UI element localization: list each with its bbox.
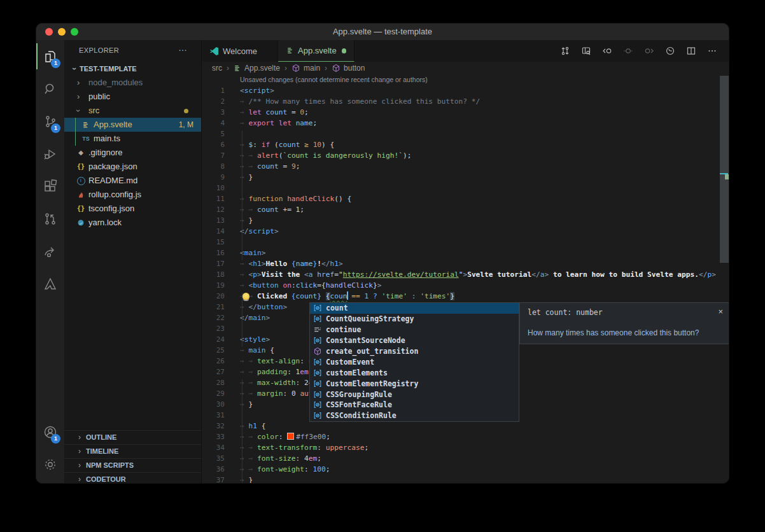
explorer-more-actions-icon[interactable]: … — [178, 43, 187, 53]
breadcrumb-item-main[interactable]: main — [291, 64, 320, 73]
code-line-8[interactable]: 8→ → count = 9; — [202, 161, 729, 172]
suggest-item-continue[interactable]: continue — [310, 325, 519, 335]
line-number: 34 — [202, 442, 225, 453]
suggest-item-create_out_transition[interactable]: create_out_transition — [310, 346, 519, 357]
panel-codetour[interactable]: ›CODETOUR — [64, 472, 201, 484]
tree-item-node-modules[interactable]: ›node_modules — [64, 76, 201, 90]
codelens-annotation[interactable]: Unsaved changes (cannot determine recent… — [202, 74, 729, 85]
code-line-6[interactable]: 6→ $: if (count ≥ 10) { — [202, 139, 729, 150]
search-icon — [43, 81, 58, 97]
breadcrumb-item-src[interactable]: src — [212, 64, 222, 73]
chevron-right-icon: › — [77, 76, 80, 90]
code-line-9[interactable]: 9→ } — [202, 172, 729, 183]
indent-guide — [242, 293, 242, 347]
code-line-20[interactable]: 20→ → Clicked {count} {coun == 1 ? 'time… — [202, 291, 729, 302]
tree-item-readme-md[interactable]: iREADME.md — [64, 174, 201, 188]
panel-timeline[interactable]: ›TIMELINE — [64, 444, 201, 459]
code-line-32[interactable]: 32→ h1 { — [202, 421, 729, 431]
suggest-label: count — [326, 304, 348, 312]
code-line-13[interactable]: 13→ } — [202, 215, 729, 226]
activity-live-share[interactable] — [36, 235, 64, 267]
lightbulb-icon[interactable] — [242, 293, 249, 300]
suggest-item-customevent[interactable]: CustomEvent — [310, 356, 519, 367]
code-line-36[interactable]: 36→ → font-weight: 100; — [202, 464, 729, 475]
code-line-37[interactable]: 37→ } — [202, 475, 729, 483]
suggest-signature: let count: number — [528, 308, 603, 317]
code-line-15[interactable]: 15 — [202, 237, 729, 248]
suggest-item-cssconditionrule[interactable]: CSSConditionRule — [310, 410, 519, 421]
activity-extensions[interactable] — [36, 170, 64, 202]
editor-toolbar — [560, 40, 729, 62]
code-line-17[interactable]: 17→ <h1>Hello {name}!</h1> — [202, 258, 729, 269]
code-line-1[interactable]: 1<script> — [202, 85, 729, 96]
breadcrumb-item-app-svelte[interactable]: App.svelte — [234, 64, 280, 73]
activity-github-pull-requests[interactable] — [36, 202, 64, 235]
code-line-16[interactable]: 16<main> — [202, 248, 729, 258]
symbol-variable-icon — [313, 368, 322, 377]
workspace-root-header[interactable]: ›TEST-TEMPLATE — [64, 62, 201, 76]
tree-item-rollup-config-js[interactable]: rollup.config.js — [64, 188, 201, 202]
symbol-variable-icon — [313, 400, 322, 409]
file-label: main.ts — [94, 132, 120, 146]
tree-item-src[interactable]: ›src — [64, 104, 201, 118]
code-line-34[interactable]: 34→ → text-transform: uppercase; — [202, 442, 729, 453]
open-preview-icon[interactable] — [581, 46, 591, 56]
tree-item-app-svelte[interactable]: App.svelte1, M — [64, 118, 201, 132]
next-change-icon[interactable] — [644, 46, 654, 56]
suggest-item-cssfontfacerule[interactable]: CSSFontFaceRule — [310, 400, 519, 410]
suggest-item-cssgroupingrule[interactable]: CSSGroupingRule — [310, 389, 519, 400]
tree-item--gitignore[interactable]: ◆.gitignore — [64, 146, 201, 160]
panel-npm-scripts[interactable]: ›NPM SCRIPTS — [64, 458, 201, 473]
suggest-item-customelementregistry[interactable]: CustomElementRegistry — [310, 378, 519, 389]
code-line-2[interactable]: 2→ /** How many times has someone clicke… — [202, 96, 729, 107]
activity-run-debug[interactable] — [36, 137, 64, 170]
code-line-19[interactable]: 19→ <button on:click={handleClick}> — [202, 280, 729, 291]
previous-change-icon[interactable] — [602, 46, 612, 56]
tree-item-yarn-lock[interactable]: yarn.lock — [64, 216, 201, 230]
split-editor-icon[interactable] — [686, 46, 696, 56]
compare-changes-icon[interactable] — [560, 46, 570, 56]
tree-item-public[interactable]: ›public — [64, 90, 201, 104]
code-line-4[interactable]: 4→ export let name; — [202, 118, 729, 129]
tree-item-package-json[interactable]: {}package.json — [64, 160, 201, 174]
file-history-icon[interactable] — [665, 46, 675, 56]
panel-outline[interactable]: ›OUTLINE — [64, 430, 201, 445]
scrollbar-thumb[interactable] — [720, 76, 729, 263]
tab-welcome[interactable]: Welcome — [202, 40, 278, 62]
code-line-11[interactable]: 11→ function handleClick() { — [202, 193, 729, 204]
suggest-item-constantsourcenode[interactable]: ConstantSourceNode — [310, 335, 519, 346]
code-line-3[interactable]: 3→ let count = 0; — [202, 107, 729, 118]
close-icon[interactable]: × — [718, 307, 723, 316]
activity-azure[interactable] — [36, 267, 64, 300]
code-line-10[interactable]: 10 — [202, 183, 729, 193]
current-change-icon[interactable] — [623, 46, 633, 56]
activity-search[interactable] — [36, 73, 64, 105]
suggest-item-customelements[interactable]: customElements — [310, 367, 519, 378]
explorer-badge: 1 — [51, 59, 60, 68]
tab-app-svelte[interactable]: App.svelte — [278, 40, 354, 62]
tree-item-main-ts[interactable]: TSmain.ts — [64, 132, 201, 146]
more-actions-icon[interactable] — [707, 46, 717, 56]
breadcrumb-item-button[interactable]: button — [332, 64, 365, 73]
tree-item-tsconfig-json[interactable]: {}tsconfig.json — [64, 202, 201, 216]
chevron-right-icon: › — [78, 445, 81, 458]
code-line-18[interactable]: 18→ <p>Visit the <a href="https://svelte… — [202, 269, 729, 280]
line-number: 13 — [202, 215, 225, 226]
accounts-button[interactable]: 1 — [36, 416, 64, 448]
line-number: 4 — [202, 118, 225, 129]
suggest-item-countqueuingstrategy[interactable]: CountQueuingStrategy — [310, 314, 519, 325]
settings-button[interactable] — [36, 448, 64, 480]
code-line-33[interactable]: 33→ → color: #ff3e00; — [202, 431, 729, 442]
suggest-item-count[interactable]: count — [310, 303, 519, 314]
activity-source-control[interactable]: 1 — [36, 105, 64, 137]
code-line-14[interactable]: 14</script> — [202, 226, 729, 237]
line-number: 31 — [202, 410, 225, 421]
activity-explorer[interactable]: 1 — [36, 40, 64, 73]
code-line-35[interactable]: 35→ → font-size: 4em; — [202, 453, 729, 464]
suggest-label: CustomElementRegistry — [326, 379, 418, 388]
code-line-7[interactable]: 7→ → alert(`count is dangerously high!`)… — [202, 150, 729, 161]
file-label: rollup.config.js — [88, 188, 141, 202]
code-line-12[interactable]: 12→ → count += 1; — [202, 204, 729, 215]
code-line-5[interactable]: 5 — [202, 129, 729, 139]
suggest-label: CountQueuingStrategy — [326, 314, 414, 323]
